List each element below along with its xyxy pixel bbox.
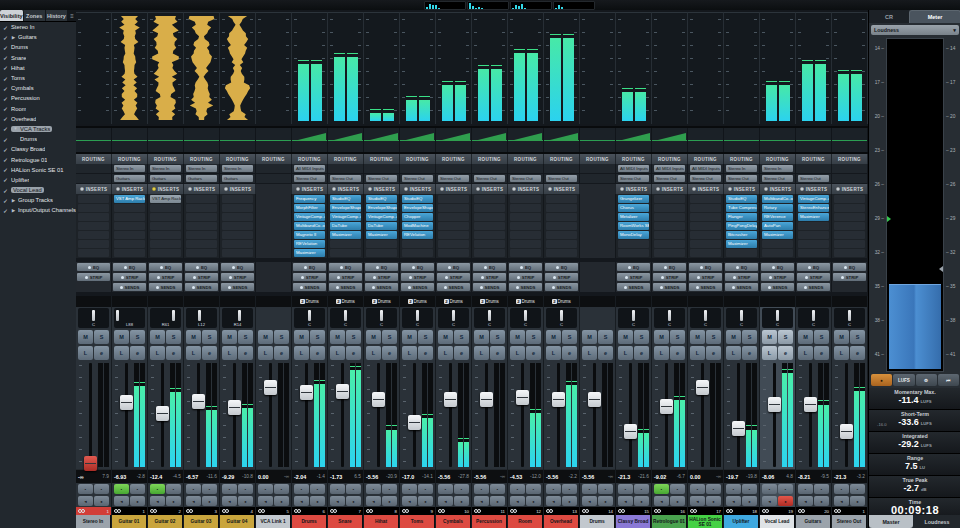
fader-handle[interactable]	[228, 400, 241, 415]
fader-handle[interactable]	[192, 394, 205, 409]
sidebar-item[interactable]: ✓Drums	[0, 42, 76, 52]
sidebar-item[interactable]: ✓Hihat	[0, 63, 76, 73]
chevron-right-icon[interactable]: ▶	[11, 198, 16, 203]
automation-read-button[interactable]: ◄	[438, 496, 453, 506]
insert-slot-empty[interactable]	[474, 249, 505, 257]
insert-slot-empty[interactable]	[762, 249, 793, 257]
insert-slot-plugin[interactable]: AutoPan	[762, 222, 793, 230]
insert-slot-plugin[interactable]: DaTube	[366, 222, 397, 230]
record-arm-button[interactable]: ▪	[510, 484, 525, 494]
insert-slot-plugin[interactable]: MorphFilter	[294, 204, 325, 212]
automation-cell-0[interactable]	[76, 128, 112, 152]
channel-name[interactable]: Uplifter	[724, 515, 759, 528]
channel-strip[interactable]: 2DrumsCMSLe-5.56-27.8▪▪◄●10Cymbals	[436, 296, 472, 528]
mute-button[interactable]: M	[222, 330, 237, 344]
strip-button[interactable]: STRIP	[401, 273, 434, 281]
edit-button[interactable]: e	[706, 346, 721, 360]
fader-handle[interactable]	[336, 384, 349, 399]
insert-slot-empty[interactable]	[186, 204, 217, 212]
inserts-led[interactable]	[800, 187, 804, 191]
strip-button[interactable]: STRIP	[293, 273, 326, 281]
insert-slot-empty[interactable]	[834, 204, 865, 212]
mute-button[interactable]: M	[366, 330, 381, 344]
insert-slot-empty[interactable]	[798, 240, 829, 248]
insert-slot-plugin[interactable]: Maximizer	[294, 249, 325, 257]
pan-control[interactable]: C	[330, 308, 361, 328]
edit-button[interactable]: e	[562, 346, 577, 360]
fader-handle[interactable]	[264, 380, 277, 395]
automation-read-button[interactable]: ◄	[726, 496, 741, 506]
solo-button[interactable]: S	[598, 330, 613, 344]
edit-button[interactable]: e	[634, 346, 649, 360]
insert-slot-plugin[interactable]: VintageComp..or	[330, 213, 361, 221]
pan-thumb[interactable]	[560, 310, 563, 321]
pan-control[interactable]: C	[294, 308, 325, 328]
fader-track[interactable]	[557, 363, 560, 467]
insert-slot-plugin[interactable]: StudioEQ	[402, 195, 433, 203]
loudness-dropdown[interactable]: Loudness ▾	[871, 25, 959, 35]
inserts-led[interactable]	[404, 187, 408, 191]
mute-button[interactable]: M	[654, 330, 669, 344]
insert-slot-empty[interactable]	[474, 231, 505, 239]
automation-cell-2[interactable]	[148, 128, 184, 152]
insert-slot-empty[interactable]	[834, 231, 865, 239]
insert-slot-plugin[interactable]: StudioEQ	[726, 195, 757, 203]
pan-control[interactable]: C	[690, 308, 721, 328]
eq-button[interactable]: EQ	[365, 263, 398, 271]
tab-meter[interactable]: Meter	[909, 10, 960, 23]
routing-output-button[interactable]: Stereo Out	[510, 175, 541, 182]
pan-thumb[interactable]	[704, 310, 707, 321]
eq-button[interactable]: EQ	[617, 263, 650, 271]
record-arm-button[interactable]: ▪	[726, 484, 741, 494]
solo-button[interactable]: S	[94, 330, 109, 344]
routing-output-button[interactable]: Stereo Out	[438, 175, 469, 182]
eq-button[interactable]: EQ	[833, 263, 866, 271]
fader-handle[interactable]	[120, 395, 133, 410]
edit-button[interactable]: e	[346, 346, 361, 360]
fader-track[interactable]	[629, 363, 632, 467]
monitor-button[interactable]: ▪	[634, 484, 649, 494]
sends-button[interactable]: SENDS	[185, 283, 218, 291]
channel-strip[interactable]: 2DrumsCMSLe-4.53-12.0▪▪◄●12Room	[508, 296, 544, 528]
strip-button[interactable]: STRIP	[329, 273, 362, 281]
strip-button[interactable]: STRIP	[545, 273, 578, 281]
sidebar-item[interactable]: ✓Cymbals	[0, 83, 76, 93]
insert-slot-plugin[interactable]: VST Amp Rack	[114, 195, 145, 203]
eq-button[interactable]: EQ	[149, 263, 182, 271]
automation-read-button[interactable]: ◄	[690, 496, 705, 506]
routing-output-button[interactable]: Stereo Out	[654, 175, 685, 182]
pan-control[interactable]: C	[726, 308, 757, 328]
channel-name[interactable]: Hihat	[364, 515, 399, 528]
sidebar-item[interactable]: ✓HALion Sonic SE 01	[0, 165, 76, 175]
automation-read-button[interactable]: ◄	[798, 496, 813, 506]
solo-button[interactable]: S	[526, 330, 541, 344]
pan-control[interactable]: L88	[114, 308, 145, 328]
pan-control[interactable]: C	[402, 308, 433, 328]
insert-slot-empty[interactable]	[654, 204, 685, 212]
routing-output-button[interactable]: Stereo Out	[690, 175, 721, 182]
mute-button[interactable]: M	[78, 330, 93, 344]
automation-cell-14[interactable]	[580, 128, 616, 152]
insert-slot-empty[interactable]	[762, 240, 793, 248]
insert-slot-plugin[interactable]: Rotary	[762, 204, 793, 212]
fader-track[interactable]	[197, 363, 200, 467]
strip-button[interactable]: STRIP	[473, 273, 506, 281]
insert-slot-empty[interactable]	[222, 249, 253, 257]
mute-button[interactable]: M	[114, 330, 129, 344]
routing-input-button[interactable]: All MIDI Inputs	[294, 165, 325, 172]
insert-slot-empty[interactable]	[546, 240, 577, 248]
fader-handle[interactable]	[156, 406, 169, 421]
inserts-led[interactable]	[548, 187, 552, 191]
automation-cell-6[interactable]	[292, 128, 328, 152]
solo-button[interactable]: S	[130, 330, 145, 344]
insert-slot-empty[interactable]	[150, 222, 181, 230]
solo-button[interactable]: S	[778, 330, 793, 344]
fader-handle[interactable]	[480, 392, 493, 407]
fader-track[interactable]	[845, 363, 848, 467]
pan-thumb[interactable]	[848, 310, 851, 321]
listen-button[interactable]: L	[762, 346, 777, 360]
automation-write-button[interactable]: ●	[454, 496, 469, 506]
insert-slot-empty[interactable]	[114, 249, 145, 257]
automation-write-button[interactable]: ●	[490, 496, 505, 506]
solo-button[interactable]: S	[382, 330, 397, 344]
